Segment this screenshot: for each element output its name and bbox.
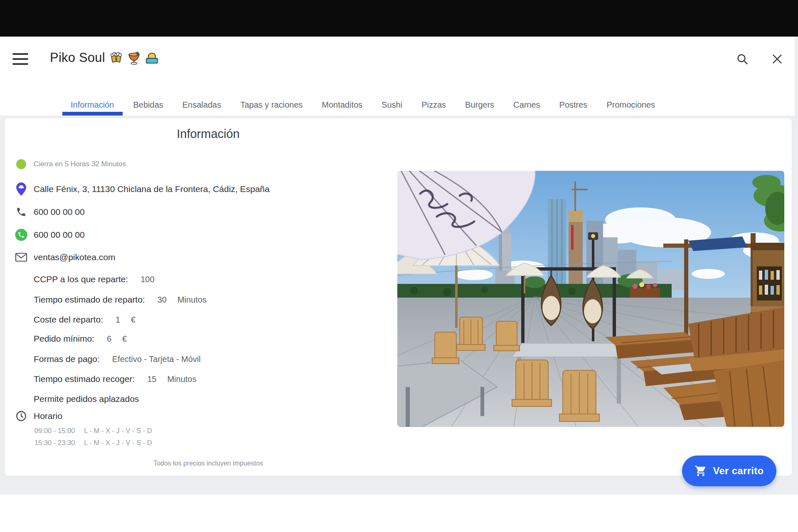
field-row-pedido-minimo: Pedido mínimo: 6 € (34, 331, 127, 346)
top-black-bar (0, 0, 798, 37)
schedule-title: Horario (34, 411, 62, 421)
address-text: Calle Fénix, 3, 11130 Chiclana de la Fro… (34, 184, 270, 194)
tab-tapas-y-raciones[interactable]: Tapas y raciones (232, 83, 311, 116)
sunrise-emoji (145, 51, 159, 65)
restaurant-photo (397, 171, 784, 427)
view-cart-label: Ver carrito (713, 465, 764, 477)
field-row-pedidos-aplazados: Permite pedidos aplazados (34, 392, 139, 406)
open-status-text: Cierra en 5 Horas 32 Minutos (34, 160, 126, 168)
whatsapp-number: 600 00 00 00 (34, 230, 85, 240)
app-title-row: Piko Soul (50, 48, 159, 67)
close-icon (771, 52, 784, 66)
hamburger-icon (12, 53, 28, 55)
schedule-row: 09:00 - 15:00 L - M - X - J - V - S - D (34, 425, 152, 436)
tab-bebidas[interactable]: Bebidas (125, 83, 172, 116)
envelope-icon (15, 252, 28, 262)
phone-number: 600 00 00 00 (34, 207, 85, 217)
search-button[interactable] (733, 50, 751, 68)
shopping-cart-icon (695, 465, 707, 477)
field-row-ccpp: CCPP a los que reparte: 100 (34, 272, 155, 287)
page-title: Piko Soul (50, 50, 105, 65)
tab-ensaladas[interactable]: Ensaladas (174, 83, 229, 116)
tab-sushi[interactable]: Sushi (373, 83, 411, 116)
whatsapp-icon (15, 229, 28, 241)
info-card: Información Cierra en 5 Horas 32 Minutos (4, 118, 792, 476)
clinking-beer-mugs-emoji (109, 51, 123, 65)
tab-burgers[interactable]: Burgers (457, 83, 502, 116)
field-row-tiempo-reparto: Tiempo estimado de reparto: 30 Minutos (34, 292, 207, 307)
search-icon (736, 52, 749, 66)
tab-promociones[interactable]: Promociones (598, 83, 663, 116)
view-cart-button[interactable]: Ver carrito (682, 456, 776, 486)
tab-postres[interactable]: Postres (551, 83, 596, 116)
tab-carnes[interactable]: Carnes (505, 83, 548, 116)
tax-footnote: Todos los precios incluyen impuestos (5, 460, 412, 467)
status-dot-icon (15, 159, 28, 170)
app-window: Piko Soul (0, 37, 798, 495)
schedule-header-row: Horario (15, 409, 62, 424)
open-status-row: Cierra en 5 Horas 32 Minutos (15, 157, 126, 172)
email-text: ventas@pikotea.com (34, 252, 115, 262)
page-background: Información Cierra en 5 Horas 32 Minutos (0, 116, 798, 495)
field-row-tiempo-recoger: Tiempo estimado recoger: 15 Minutos (34, 372, 196, 387)
tropical-drink-emoji (127, 51, 141, 65)
field-row-coste-reparto: Coste del reparto: 1 € (34, 312, 135, 327)
address-row[interactable]: Calle Fénix, 3, 11130 Chiclana de la Fro… (15, 182, 270, 197)
map-pin-icon (15, 182, 28, 196)
close-button[interactable] (768, 50, 786, 68)
email-row[interactable]: ventas@pikotea.com (15, 250, 115, 265)
clock-icon (15, 410, 28, 422)
category-tabs: Información Bebidas Ensaladas Tapas y ra… (62, 83, 663, 116)
phone-icon (15, 207, 28, 217)
tab-pizzas[interactable]: Pizzas (413, 83, 454, 116)
whatsapp-row[interactable]: 600 00 00 00 (15, 227, 85, 242)
window-edge (795, 37, 798, 116)
field-row-formas-pago: Formas de pago: Efectivo - Tarjeta - Móv… (34, 352, 201, 367)
tab-informacion[interactable]: Información (62, 83, 123, 116)
menu-button[interactable] (12, 53, 28, 65)
schedule-row: 15:30 - 23:30 L - M - X - J - V - S - D (34, 437, 152, 448)
phone-row[interactable]: 600 00 00 00 (15, 204, 85, 219)
tab-montaditos[interactable]: Montaditos (313, 83, 371, 116)
section-title: Información (5, 127, 412, 141)
